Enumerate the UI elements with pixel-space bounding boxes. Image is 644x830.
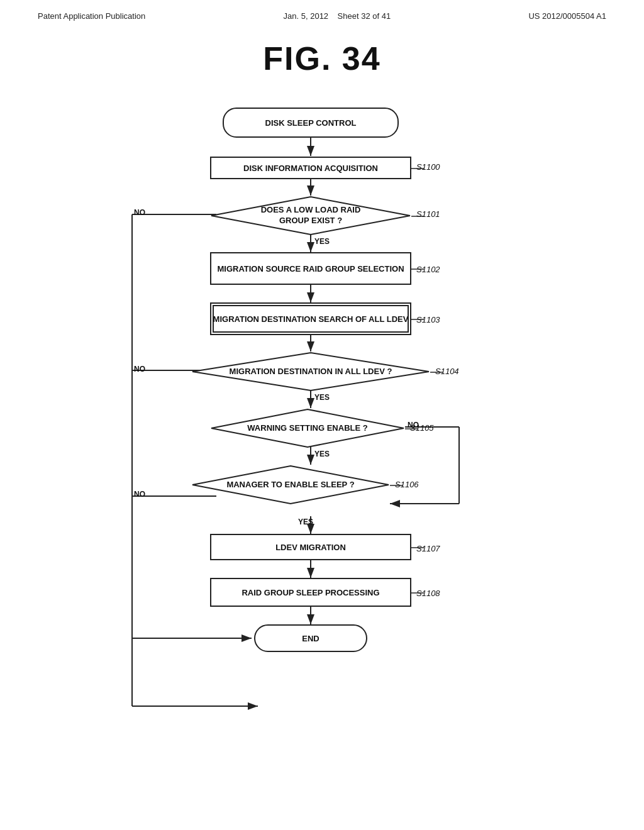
s1101-label: S1101: [416, 209, 440, 219]
s1103-label: S1103: [416, 315, 440, 324]
s1106-label: S1106: [395, 480, 419, 489]
s1108-node: RAID GROUP SLEEP PROCESSING: [210, 578, 411, 607]
s1108-label: S1108: [416, 589, 440, 598]
s1107-node: LDEV MIGRATION: [210, 534, 411, 560]
s1106-node: MANAGER TO ENABLE SLEEP ?: [191, 465, 390, 505]
no2-label: NO: [134, 365, 145, 374]
s1101-node: DOES A LOW LOAD RAIDGROUP EXIST ?: [210, 196, 411, 236]
yes1-label: YES: [314, 237, 330, 246]
header-patent-number: US 2012/0005504 A1: [528, 11, 606, 21]
no3-label: NO: [408, 421, 419, 429]
flowchart: DISK SLEEP CONTROL DISK INFORMATION ACQU…: [0, 96, 644, 788]
page-header: Patent Application Publication Jan. 5, 2…: [0, 0, 644, 27]
s1105-node: WARNING SETTING ENABLE ?: [210, 408, 405, 448]
s1102-label: S1102: [416, 265, 440, 274]
figure-title: FIG. 34: [0, 40, 644, 77]
s1102-node: MIGRATION SOURCE RAID GROUP SELECTION: [210, 252, 411, 285]
start-node: DISK SLEEP CONTROL: [223, 108, 399, 138]
s1100-label: S1100: [416, 162, 440, 172]
header-date-sheet: Jan. 5, 2012 Sheet 32 of 41: [284, 11, 391, 21]
s1104-node: MIGRATION DESTINATION IN ALL LDEV ?: [191, 351, 430, 392]
end-node: END: [254, 624, 367, 652]
header-publication: Patent Application Publication: [38, 11, 145, 21]
s1104-label: S1104: [435, 367, 459, 376]
no1-label: NO: [134, 208, 145, 217]
s1107-label: S1107: [416, 544, 440, 553]
no4-label: NO: [134, 490, 145, 499]
yes3-label: YES: [314, 450, 330, 458]
yes4-label: YES: [298, 517, 313, 526]
yes2-label: YES: [314, 393, 330, 402]
s1103-node: MIGRATION DESTINATION SEARCH OF ALL LDEV: [210, 302, 411, 335]
s1100-node: DISK INFORMATION ACQUISITION: [210, 157, 411, 179]
